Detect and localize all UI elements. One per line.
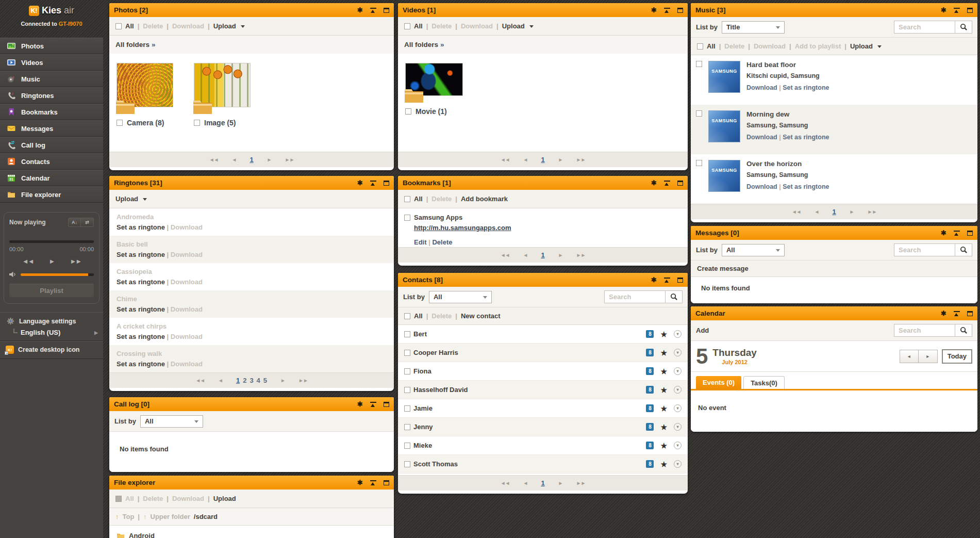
expand-icon[interactable]: ▾ xyxy=(674,460,682,468)
page-number[interactable]: 1 xyxy=(541,251,544,259)
collapse-icon[interactable] xyxy=(664,278,670,282)
contact-checkbox[interactable] xyxy=(404,405,410,412)
favorite-star-icon[interactable]: ★ xyxy=(660,386,667,394)
collapse-icon[interactable] xyxy=(370,402,376,406)
expand-icon[interactable]: ▾ xyxy=(674,367,682,375)
next-page-icon[interactable]: ► xyxy=(558,252,563,258)
language-selector[interactable]: English (US) ▶ xyxy=(0,328,103,341)
edit-link[interactable]: Edit xyxy=(414,238,427,246)
settings-icon[interactable]: ✱ xyxy=(357,6,363,14)
create-desktop-icon[interactable]: K!↘ Create desktop icon xyxy=(0,341,103,359)
sync-badge[interactable]: 8 xyxy=(646,367,654,375)
next-page-icon[interactable]: ► xyxy=(280,378,285,383)
download-link[interactable]: Download xyxy=(746,84,777,91)
sync-badge[interactable]: 8 xyxy=(646,460,654,468)
maximize-icon[interactable] xyxy=(384,8,389,13)
sync-badge[interactable]: 8 xyxy=(646,330,654,338)
first-page-icon[interactable]: ◄◄ xyxy=(195,378,205,383)
photo-folder-camera[interactable]: Camera (8) xyxy=(117,63,173,127)
upload-link[interactable]: Upload xyxy=(850,42,873,50)
track-checkbox[interactable] xyxy=(696,160,702,166)
folder-checkbox[interactable] xyxy=(405,108,411,115)
page-number[interactable]: 1 xyxy=(832,208,836,216)
collapse-icon[interactable] xyxy=(370,480,376,485)
page-number[interactable]: 3 xyxy=(250,377,253,384)
expand-icon[interactable]: ▾ xyxy=(674,442,682,449)
last-page-icon[interactable]: ►► xyxy=(298,378,308,383)
expand-icon[interactable]: ▾ xyxy=(674,349,682,356)
search-input[interactable] xyxy=(894,21,955,34)
prev-day-button[interactable]: ◂ xyxy=(900,350,919,363)
all-link[interactable]: All xyxy=(125,22,134,30)
page-number[interactable]: 1 xyxy=(541,156,544,164)
set-as-ringtone-link[interactable]: Set as ringtone xyxy=(117,360,165,368)
first-page-icon[interactable]: ◄◄ xyxy=(501,252,510,258)
collapse-icon[interactable] xyxy=(664,8,670,12)
first-page-icon[interactable]: ◄◄ xyxy=(501,480,510,486)
playlist-button[interactable]: Playlist xyxy=(9,284,94,297)
select-all-checkbox[interactable] xyxy=(115,496,122,502)
favorite-star-icon[interactable]: ★ xyxy=(660,442,667,450)
contact-checkbox[interactable] xyxy=(404,424,410,430)
sidebar-item-music[interactable]: ♪ Music xyxy=(0,71,103,87)
all-link[interactable]: All xyxy=(414,195,423,203)
create-message-link[interactable]: Create message xyxy=(697,265,749,272)
breadcrumb[interactable]: All folders» xyxy=(109,36,394,54)
folder-thumbnail[interactable] xyxy=(194,63,251,107)
all-link[interactable]: All xyxy=(414,22,423,30)
track-checkbox[interactable] xyxy=(696,110,702,117)
expand-icon[interactable]: ▾ xyxy=(674,386,682,394)
expand-icon[interactable]: ▾ xyxy=(674,330,682,338)
upper-folder-link[interactable]: Upper folder xyxy=(151,513,190,520)
contact-row[interactable]: Mieke8★▾ xyxy=(398,436,688,455)
set-as-ringtone-link[interactable]: Set as ringtone xyxy=(783,84,829,91)
previous-button[interactable]: ◄◄ xyxy=(22,257,34,265)
set-as-ringtone-link[interactable]: Set as ringtone xyxy=(117,305,165,313)
page-number[interactable]: 1 xyxy=(250,156,253,164)
contact-checkbox[interactable] xyxy=(404,443,410,449)
collapse-icon[interactable] xyxy=(370,8,376,12)
contact-checkbox[interactable] xyxy=(404,368,410,374)
collapse-icon[interactable] xyxy=(664,181,670,185)
sync-badge[interactable]: 8 xyxy=(646,386,654,394)
track-checkbox[interactable] xyxy=(696,61,702,67)
sort-button[interactable]: A↓ xyxy=(68,218,81,227)
shuffle-button[interactable]: ⇄ xyxy=(81,218,94,227)
sync-badge[interactable]: 8 xyxy=(646,349,654,356)
settings-icon[interactable]: ✱ xyxy=(941,309,946,317)
favorite-star-icon[interactable]: ★ xyxy=(660,330,667,338)
maximize-icon[interactable] xyxy=(967,8,973,13)
folder-checkbox[interactable] xyxy=(194,120,200,126)
maximize-icon[interactable] xyxy=(677,181,683,186)
search-button[interactable] xyxy=(955,243,972,256)
search-input[interactable] xyxy=(604,290,665,303)
upload-link[interactable]: Upload xyxy=(115,195,138,203)
next-day-button[interactable]: ▸ xyxy=(919,350,938,363)
progress-bar[interactable] xyxy=(9,240,94,243)
add-bookmark-link[interactable]: Add bookmark xyxy=(461,195,508,203)
bookmark-url-link[interactable]: http://m.hu.samsungapps.com xyxy=(414,224,680,232)
sidebar-item-call-log[interactable]: Call log xyxy=(0,137,103,153)
collapse-icon[interactable] xyxy=(954,231,960,235)
upload-link[interactable]: Upload xyxy=(502,22,525,30)
sync-badge[interactable]: 8 xyxy=(646,404,654,412)
language-settings[interactable]: Language settings xyxy=(0,313,103,328)
sidebar-item-calendar[interactable]: 31 Calendar xyxy=(0,170,103,186)
first-page-icon[interactable]: ◄◄ xyxy=(209,157,219,162)
list-by-dropdown[interactable]: Title xyxy=(722,21,785,34)
settings-icon[interactable]: ✱ xyxy=(941,6,946,14)
page-number[interactable]: 4 xyxy=(257,377,260,384)
contact-checkbox[interactable] xyxy=(404,387,410,393)
set-as-ringtone-link[interactable]: Set as ringtone xyxy=(783,134,829,141)
all-link[interactable]: All xyxy=(707,42,716,50)
tab-events[interactable]: Events (0) xyxy=(696,376,741,389)
settings-icon[interactable]: ✱ xyxy=(357,179,363,187)
search-input[interactable] xyxy=(894,243,955,256)
list-by-dropdown[interactable]: All xyxy=(140,415,203,428)
settings-icon[interactable]: ✱ xyxy=(357,479,363,486)
favorite-star-icon[interactable]: ★ xyxy=(660,460,667,468)
page-number[interactable]: 2 xyxy=(243,377,246,384)
download-link[interactable]: Download xyxy=(746,134,777,141)
folder-checkbox[interactable] xyxy=(117,120,123,126)
contact-row[interactable]: Jamie8★▾ xyxy=(398,399,688,418)
